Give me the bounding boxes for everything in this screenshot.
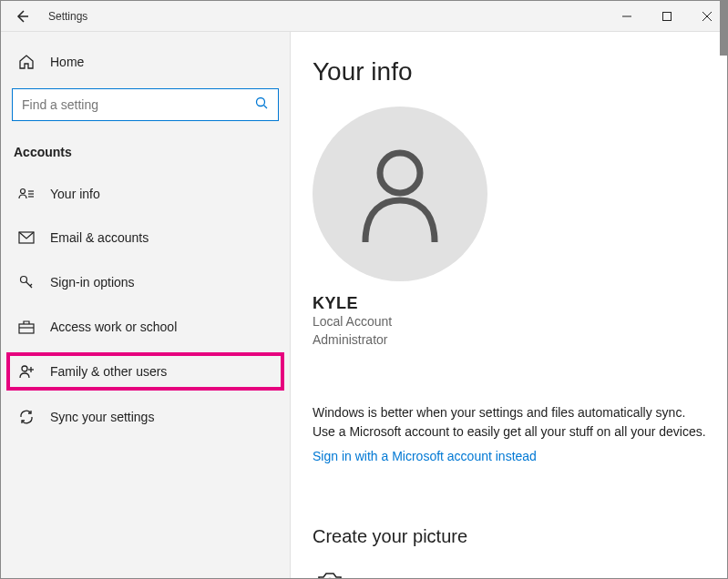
- signin-microsoft-link[interactable]: Sign in with a Microsoft account instead: [313, 449, 537, 463]
- maximize-icon: [661, 11, 672, 22]
- mail-icon: [17, 231, 36, 244]
- minimize-button[interactable]: [607, 1, 647, 32]
- sync-description: Windows is better when your settings and…: [313, 403, 707, 442]
- arrow-left-icon: [15, 9, 29, 24]
- category-title: Accounts: [12, 145, 279, 159]
- nav-signin-options[interactable]: Sign-in options: [12, 263, 279, 301]
- nav-label: Sign-in options: [50, 275, 135, 290]
- svg-point-5: [257, 98, 265, 107]
- close-icon: [702, 11, 713, 22]
- home-nav[interactable]: Home: [12, 48, 279, 76]
- back-button[interactable]: [8, 3, 36, 30]
- key-icon: [17, 274, 36, 290]
- maximize-button[interactable]: [647, 1, 687, 32]
- avatar: [313, 107, 487, 281]
- sync-icon: [17, 409, 36, 425]
- people-plus-icon: [17, 363, 36, 380]
- search-box[interactable]: [12, 88, 279, 121]
- minimize-icon: [621, 11, 632, 22]
- sidebar: Home Accounts Your info Email & accounts: [1, 32, 291, 578]
- svg-point-20: [380, 153, 420, 193]
- nav-email-accounts[interactable]: Email & accounts: [12, 219, 279, 256]
- nav-access-work-school[interactable]: Access work or school: [12, 309, 279, 345]
- account-role: Administrator: [313, 331, 707, 350]
- svg-rect-15: [19, 324, 34, 333]
- window-controls: [607, 1, 727, 32]
- camera-icon: [313, 565, 347, 578]
- user-name: KYLE: [313, 294, 707, 313]
- account-type: Local Account: [313, 313, 707, 331]
- person-card-icon: [17, 187, 36, 201]
- home-label: Home: [50, 55, 84, 69]
- svg-line-14: [30, 284, 32, 286]
- titlebar: Settings: [1, 1, 727, 32]
- search-icon: [254, 96, 269, 114]
- briefcase-icon: [17, 320, 36, 334]
- svg-point-17: [22, 366, 27, 371]
- search-input[interactable]: [22, 97, 254, 112]
- svg-rect-2: [663, 12, 672, 20]
- page-title: Your info: [313, 57, 707, 86]
- nav-label: Sync your settings: [50, 410, 154, 424]
- picture-heading: Create your picture: [313, 526, 707, 547]
- nav-label: Your info: [50, 187, 100, 201]
- svg-point-7: [21, 189, 26, 194]
- main-panel: Your info KYLE Local Account Administrat…: [291, 32, 727, 578]
- svg-line-6: [264, 106, 268, 109]
- camera-label: Camera: [364, 575, 409, 578]
- person-icon: [354, 144, 446, 244]
- svg-point-12: [21, 277, 27, 283]
- nav-label: Family & other users: [50, 364, 167, 379]
- app-title: Settings: [48, 10, 87, 23]
- nav-sync-settings[interactable]: Sync your settings: [12, 398, 279, 436]
- home-icon: [17, 54, 36, 70]
- camera-option[interactable]: Camera: [313, 565, 707, 578]
- nav-family-other-users[interactable]: Family & other users: [6, 352, 284, 391]
- nav-your-info[interactable]: Your info: [12, 176, 279, 212]
- scrollbar-thumb[interactable]: [720, 1, 727, 56]
- nav-label: Email & accounts: [50, 230, 149, 245]
- nav-label: Access work or school: [50, 320, 177, 334]
